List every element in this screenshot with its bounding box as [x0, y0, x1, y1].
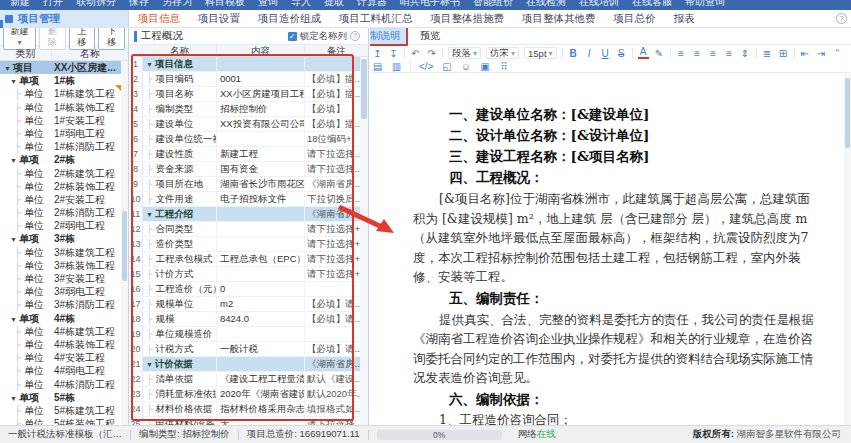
font-size-select[interactable]: 15pt▾	[524, 47, 557, 59]
workspace-tab[interactable]: 报表	[665, 10, 704, 27]
menu-item[interactable]: 哨兵电子标书	[400, 0, 460, 9]
tree-row[interactable]: 单项 1#栋	[0, 74, 121, 87]
import-icon[interactable]: ↥	[372, 48, 383, 59]
tree-row[interactable]: 单位 1#栋装饰工程	[0, 101, 121, 114]
menu-item[interactable]: 新建	[10, 0, 30, 9]
tree-row[interactable]: 单位 3#安装工程	[0, 272, 121, 285]
table-row[interactable]: 14 工程承包模式 工程总承包（EPC） 请下拉选择+	[129, 252, 360, 267]
tree-row[interactable]: 单位 1#栋消防工程	[0, 140, 121, 153]
undo-icon[interactable]: ↶	[410, 48, 421, 59]
fullscreen-icon[interactable]: ◱	[441, 61, 452, 72]
workspace-tab[interactable]: 项目设置	[189, 10, 249, 27]
tree-row[interactable]: 单位 5#栋建筑工程	[0, 404, 121, 417]
table-row[interactable]: 17 规模单位 m2 【必填】请...	[129, 297, 360, 312]
bold-button[interactable]: B	[568, 48, 579, 59]
justify-icon[interactable]: ≡	[724, 48, 735, 59]
table-icon[interactable]: ⊞	[778, 48, 789, 59]
print-icon[interactable]: ▣	[479, 61, 490, 72]
table-row[interactable]: 2 项目编码 0001 【必填】描...	[129, 72, 360, 87]
redo-icon[interactable]: ↷	[426, 48, 437, 59]
table-row[interactable]: 12 合同类型 请下拉选择+	[129, 222, 360, 237]
scrollbar-thumb[interactable]	[361, 59, 367, 119]
paragraph-select[interactable]: 段落▾	[448, 47, 481, 59]
tree-row[interactable]: 项目 XX小区房建...	[0, 61, 121, 74]
table-row[interactable]: 24 材料价格依据 指材料价格采用杂志... 填报格式如...	[129, 402, 360, 417]
table-row[interactable]: 7 建设性质 新建工程 请下拉选择...	[129, 147, 360, 162]
tree-row[interactable]: 单位 3#栋建筑工程	[0, 246, 121, 259]
menu-item[interactable]: 计算器	[357, 0, 387, 9]
font-family-select[interactable]: 仿宋▾	[486, 47, 519, 59]
tree-row[interactable]: 单项 2#栋	[0, 153, 121, 166]
menu-item[interactable]: 查询	[258, 0, 278, 9]
tree-row[interactable]: 单位 3#栋装饰工程	[0, 259, 121, 272]
menu-item[interactable]: 科目模板	[205, 0, 245, 9]
code-icon[interactable]: </>	[419, 61, 433, 72]
tree-row[interactable]: 单位 2#栋消防工程	[0, 206, 121, 219]
table-row[interactable]: 15 计价方式 请下拉选择+	[129, 267, 360, 282]
tab-project-management[interactable]: 项目管理	[0, 10, 129, 27]
table-scrollbar[interactable]	[360, 57, 368, 425]
table-row[interactable]: 18 规模 8424.0 【必填】请...	[129, 312, 360, 327]
align-right-icon[interactable]: ≡	[708, 48, 719, 59]
tree-row[interactable]: 单位 1#弱电工程	[0, 127, 121, 140]
tree-row[interactable]: 单项 3#栋	[0, 232, 121, 245]
menu-item[interactable]: 另存为	[162, 0, 192, 9]
table-row[interactable]: 23 消耗量标准依据 2020年《湖南省建设... 默认2020年...	[129, 387, 360, 402]
tree-row[interactable]: 单位 3#弱电工程	[0, 285, 121, 298]
user-icon[interactable]: ☺	[460, 61, 471, 72]
scrollbar-thumb[interactable]	[122, 211, 127, 281]
workspace-tab[interactable]: 项目工料机汇总	[330, 10, 422, 27]
menu-item[interactable]: 智能组价	[473, 0, 513, 9]
table-row[interactable]: 5 建设单位 XX投资有限公司公司 【必填】描...	[129, 117, 360, 132]
table-row[interactable]: 19 单位规模造价（...	[129, 327, 360, 342]
menu-item[interactable]: 帮助查询	[685, 0, 725, 9]
table-row[interactable]: 21 计价依据 《湖南省房...	[129, 357, 360, 372]
align-left-icon[interactable]: ≡	[676, 48, 687, 59]
line-spacing-icon[interactable]: ⇕	[740, 48, 751, 59]
document-scrollbar[interactable]	[844, 74, 851, 425]
editor-tab[interactable]: 编制说明	[370, 28, 408, 46]
help-icon[interactable]: ?	[350, 31, 360, 41]
table-row[interactable]: 11 工程介绍 《湖南省房...	[129, 207, 360, 222]
align-center-icon[interactable]: ≡	[692, 48, 703, 59]
table-row[interactable]: 16 工程造价（元） 0	[129, 282, 360, 297]
tree-row[interactable]: 单位 5#栋装饰工程	[0, 417, 121, 425]
table-row[interactable]: 4 编制类型 招标控制价 【必填】	[129, 102, 360, 117]
scrollbar-thumb[interactable]	[845, 78, 850, 148]
help-icon[interactable]: ?	[836, 13, 847, 24]
workspace-tab[interactable]: 项目整体其他费	[513, 10, 605, 27]
tree-row[interactable]: 单位 1#栋建筑工程	[0, 87, 121, 100]
tree-row[interactable]: 单位 4#栋装饰工程	[0, 338, 121, 351]
more-icon[interactable]: ⠿	[498, 61, 509, 72]
indent-decrease-icon[interactable]: ⇤	[800, 48, 811, 59]
menu-item[interactable]: 打开	[43, 0, 63, 9]
tree-row[interactable]: 单位 4#栋消防工程	[0, 378, 121, 391]
strikethrough-button[interactable]: S	[616, 48, 627, 59]
menu-item[interactable]: 联动拆分	[76, 0, 116, 9]
tree-row[interactable]: 单位 3#栋消防工程	[0, 298, 121, 311]
tree-row[interactable]: 单项 4#栋	[0, 312, 121, 325]
table-row[interactable]: 10 文件用途 电子招投标文件 下拉切换后...	[129, 192, 360, 207]
font-color-icon[interactable]: A	[638, 47, 649, 59]
quote-icon[interactable]: “	[832, 48, 843, 59]
table-row[interactable]: 8 资金来源 国有资金 请下拉选择...	[129, 162, 360, 177]
workspace-tab[interactable]: 项目信息	[129, 10, 189, 27]
workspace-tab[interactable]: 项目总价	[605, 10, 665, 27]
italic-button[interactable]: I	[584, 48, 595, 59]
editor-tab[interactable]: 预览	[414, 28, 446, 44]
table-row[interactable]: 9 项目所在地 湖南省长沙市雨花区 《湖南省房...	[129, 177, 360, 192]
tree-row[interactable]: 单位 2#弱电工程	[0, 219, 121, 232]
table-row[interactable]: 1 项目信息	[129, 57, 360, 72]
menu-item[interactable]: 在线检测	[526, 0, 566, 9]
tree-row[interactable]: 单位 4#栋建筑工程	[0, 325, 121, 338]
menu-item[interactable]: 在线客服	[632, 0, 672, 9]
menu-item[interactable]: 提取	[324, 0, 344, 9]
workspace-tab[interactable]: 项目整体措施费	[422, 10, 514, 27]
table-row[interactable]: 22 清单依据 《建设工程工程量清... 默认《建设...	[129, 372, 360, 387]
table-row[interactable]: 25 甲供材料/设备 无 请下拉选择...	[129, 417, 360, 425]
tree-row[interactable]: 单位 1#安装工程	[0, 114, 121, 127]
underline-button[interactable]: U	[600, 48, 611, 59]
list-icon[interactable]: ≣	[762, 48, 773, 59]
tree-row[interactable]: 单位 2#栋装饰工程	[0, 180, 121, 193]
menu-item[interactable]: 在线培训	[579, 0, 619, 9]
